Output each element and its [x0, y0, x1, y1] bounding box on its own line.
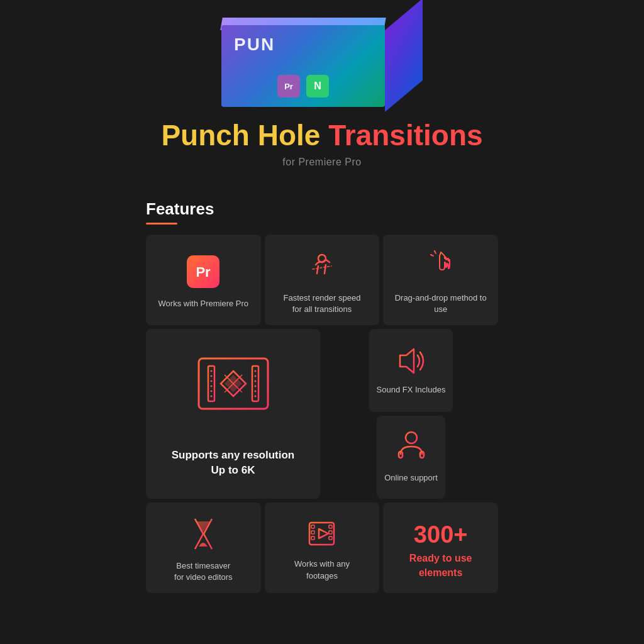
premiere-icon: Pr — [184, 253, 222, 291]
features-heading: Features — [146, 199, 498, 225]
svg-point-12 — [210, 391, 212, 392]
svg-point-10 — [210, 380, 212, 382]
feature-card-premiere: Pr Works with Premiere Pro — [146, 235, 261, 325]
box-label: PUN — [234, 35, 275, 55]
timesaver-icon — [186, 515, 221, 553]
pr-box-icon: Pr — [277, 75, 300, 97]
features-underline — [146, 223, 177, 225]
elements-label: Ready to useelements — [409, 552, 472, 580]
resolution-6k: Up to 6K — [211, 464, 255, 476]
drag-label: Drag-and-drop method to use — [391, 292, 491, 315]
svg-rect-32 — [311, 531, 314, 534]
svg-point-25 — [406, 432, 417, 443]
resolution-icon — [189, 352, 277, 440]
svg-point-15 — [254, 375, 256, 377]
svg-point-11 — [210, 386, 212, 387]
subtitle: for Premiere Pro — [161, 157, 482, 168]
feature-grid-middle: Supports any resolutionUp to 6K — [146, 329, 498, 499]
svg-marker-24 — [400, 349, 414, 373]
render-label: Fastest render speedfor all transitions — [284, 292, 361, 315]
feature-card-right-col: Sound FX Includes — [324, 329, 498, 499]
feature-card-support: Online support — [377, 416, 445, 499]
feature-card-resolution: Supports any resolutionUp to 6K — [146, 329, 320, 499]
feature-card-render: Fastest render speedfor all transitions — [265, 235, 380, 325]
sound-label: Sound FX Includes — [377, 384, 446, 396]
svg-point-14 — [254, 370, 256, 372]
svg-rect-36 — [329, 536, 332, 540]
footages-label: Works with anyfootages — [294, 558, 350, 581]
svg-point-13 — [210, 396, 212, 397]
svg-marker-37 — [319, 529, 328, 538]
online-support-icon — [396, 430, 427, 465]
svg-point-18 — [254, 391, 256, 392]
sound-fx-icon — [394, 345, 428, 377]
main-title: Punch Hole Transitions — [161, 119, 482, 152]
page-wrapper: PUN Pr N Punch Hole Transitions for Prem… — [0, 0, 644, 644]
svg-point-16 — [254, 380, 256, 382]
feature-grid-top: Pr Works with Premiere Pro — [146, 235, 498, 325]
product-box: PUN Pr N — [187, 6, 457, 107]
features-title: Features — [146, 199, 498, 219]
svg-point-17 — [254, 386, 256, 387]
render-speed-icon — [303, 247, 341, 285]
resolution-label: Supports any resolutionUp to 6K — [172, 448, 295, 478]
svg-point-8 — [210, 370, 212, 372]
feature-card-sound: Sound FX Includes — [369, 329, 453, 412]
n-box-icon: N — [306, 75, 329, 97]
svg-rect-34 — [329, 525, 332, 528]
feature-grid-bottom: Best timesaverfor video editors — [146, 502, 498, 593]
svg-rect-31 — [311, 525, 314, 528]
drag-drop-icon — [422, 247, 460, 285]
title-transitions: Transitions — [328, 119, 482, 152]
features-section: Features Pr — [146, 199, 498, 606]
hero-section: PUN Pr N Punch Hole Transitions for Prem… — [0, 0, 644, 199]
svg-rect-35 — [329, 531, 332, 534]
feature-card-timesaver: Best timesaverfor video editors — [146, 502, 261, 593]
svg-point-9 — [210, 375, 212, 377]
timesaver-label: Best timesaverfor video editors — [174, 560, 233, 583]
feature-card-drag: Drag-and-drop method to use — [383, 235, 498, 325]
svg-point-19 — [254, 396, 256, 397]
feature-card-elements: 300+ Ready to useelements — [383, 502, 498, 593]
elements-count: 300+ — [414, 518, 468, 552]
support-label: Online support — [384, 472, 438, 484]
footages-icon — [304, 516, 339, 551]
premiere-label: Works with Premiere Pro — [158, 298, 249, 309]
title-section: Punch Hole Transitions for Premiere Pro — [161, 119, 482, 168]
svg-rect-33 — [311, 536, 314, 540]
svg-text:Pr: Pr — [196, 264, 211, 280]
feature-card-footages: Works with anyfootages — [265, 502, 380, 593]
title-punch: Punch Hole — [161, 119, 328, 152]
